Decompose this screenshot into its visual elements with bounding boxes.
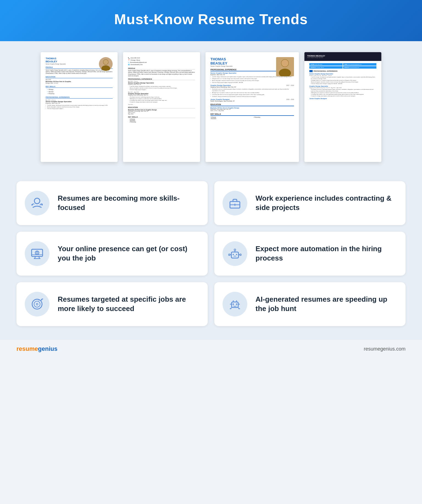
trend-card-ai: AI-generated resumes are speeding up the… <box>214 282 406 326</box>
svg-point-2 <box>103 60 108 65</box>
resume4-b5: • Developed numerous marketing programs … <box>309 89 376 92</box>
resume2-company1: Experion, New York, NY <box>128 84 195 85</box>
trend-text-online: Your online presence can get (or cost) y… <box>58 244 198 263</box>
brand-genius: genius <box>38 345 57 352</box>
trend-card-online: Your online presence can get (or cost) y… <box>16 232 208 276</box>
resume1-grad-date: May 2015 <box>46 79 113 80</box>
resume3-b2: Delegate tasks to a 7-member design team… <box>210 78 294 80</box>
resume1-experience-label: PROFESSIONAL EXPERIENCE <box>46 96 113 99</box>
monitor-icon-circle <box>25 241 49 266</box>
resume-showcase: THOMASBEASLEY Senior Graphic Design Spec… <box>0 41 422 173</box>
resume1-skill-2: Illustrator <box>46 91 113 93</box>
resume3-b5: Developed numerous marketing programs (l… <box>210 88 294 92</box>
svg-point-39 <box>233 304 234 305</box>
svg-rect-23 <box>236 254 237 255</box>
svg-point-8 <box>32 204 33 206</box>
resume4-company2: Stepping Stone Advertising, New York, NY… <box>309 87 376 88</box>
ai-icon <box>228 297 242 311</box>
resume2-exp-date3: Sep 2013 – ... <box>128 104 195 105</box>
footer-url: resumegenius.com <box>364 346 406 352</box>
resume-card-1: THOMASBEASLEY Senior Graphic Design Spec… <box>41 52 118 162</box>
robot-icon-circle <box>223 241 247 266</box>
trend-card-automation: Expect more automation in the hiring pro… <box>214 232 406 276</box>
svg-point-9 <box>41 204 43 206</box>
trend-text-automation: Expect more automation in the hiring pro… <box>256 244 396 263</box>
resume2-location: Chicago, Illinois <box>131 59 140 61</box>
monitor-icon <box>30 247 44 261</box>
resume2-profile-label: PROFILE <box>128 68 195 69</box>
resume3-education-label: EDUCATION <box>210 103 294 106</box>
resume3-b4: Oversee design project budgets ranging f… <box>210 82 294 83</box>
resume3-company2: Stepping Stone Advertising, New York, NY <box>210 86 294 88</box>
resume2-b1: • Lead the design, development and layou… <box>128 86 195 87</box>
resume2-b3: • Oversee design project budgets r... <box>128 89 195 91</box>
resume1-skills-label: KEY SKILLS <box>46 86 113 88</box>
resume4-contact-grid: PHONE (212) 256-1414 EMAIL thomasbeasley… <box>309 63 376 69</box>
trend-card-targeted: Resumes targeted at specific jobs are mo… <box>16 282 208 326</box>
svg-point-1 <box>101 65 110 71</box>
resume1-school: Design GPA: 3.7/4.0 <box>46 82 113 84</box>
briefcase-icon-circle <box>223 191 247 215</box>
brand-resume: resume <box>16 345 38 352</box>
briefcase-icon <box>228 196 242 210</box>
resume2-b7: • Created 4+ design presentations and ac… <box>128 101 195 103</box>
resume1-bullet3: Oversee design project budgets r... <box>46 108 113 110</box>
resume2-profile-text: Senior Graphic Design Specialist with 6+… <box>128 70 195 77</box>
resume4-header: THOMAS BEASLEY Senior Graphic Design Spe… <box>304 52 381 61</box>
resume4-b1: • Lead the design, development and imple… <box>309 76 376 80</box>
avatar-3 <box>276 57 294 76</box>
resume3-b3: Assess all graphic materials created in-… <box>210 80 294 82</box>
resume4-website-cell: WEBSITE thomasbeasley.com <box>343 66 376 69</box>
resume4-b8: • Created 4+ design presentations and pr… <box>309 95 376 97</box>
skills-icon-circle <box>25 191 49 215</box>
resume3-b6: Managed up to 5 projects or tasks at a g… <box>210 92 294 94</box>
resume2-contact: 📞(212) 256-1414 📍Chicago, Illinois ✉thom… <box>128 57 195 65</box>
resume-card-3: THOMASBEASLEY Senior Graphic Design Spec… <box>206 52 299 162</box>
page-footer: resumegenius resumegenius.com <box>0 340 422 358</box>
resume1-skill-1: InDesign <box>46 89 113 91</box>
target-icon-circle <box>25 292 49 317</box>
resume4-company1: Experion, New York, NY May 2019 – Presen… <box>309 75 376 76</box>
ai-icon-circle <box>223 292 247 317</box>
resume2-experience-label: PROFESSIONAL EXPERIENCE <box>128 78 195 80</box>
resume2-phone: (212) 256-1414 <box>131 57 140 59</box>
resume4-address-cell: ADDRESS Chicago, Illinois <box>309 66 343 69</box>
resume4-name: THOMAS BEASLEY <box>307 55 325 57</box>
resume3-b8: Created 4+ design presentations and prop… <box>210 96 294 97</box>
target-icon <box>30 297 44 311</box>
svg-rect-22 <box>233 254 234 255</box>
svg-rect-30 <box>240 254 241 256</box>
resume4-experience-label: PROFESSIONAL EXPERIENCE <box>309 70 376 72</box>
resume4-job3-title: Junior Graphic Designer <box>309 98 376 99</box>
resume2-skill3: • Photoshop <box>128 121 195 123</box>
resume2-company2: Stepping Stone Advertising, New Yo... <box>128 94 195 96</box>
resume2-skills-label: KEY SKILLS <box>128 116 195 118</box>
trend-text-contracting: Work experience includes contracting & s… <box>256 194 396 212</box>
robot-icon <box>228 247 242 261</box>
resume3-b1: Lead the design, development and impleme… <box>210 76 294 78</box>
resume3-job3-date: 2015 – 2019 <box>286 99 294 100</box>
resume2-grad-date: May 2015 <box>128 113 195 115</box>
trend-card-contracting: Work experience includes contracting & s… <box>214 181 406 225</box>
svg-point-37 <box>37 304 38 305</box>
svg-rect-29 <box>229 254 230 256</box>
resume-card-4: THOMAS BEASLEY Senior Graphic Design Spe… <box>304 52 381 162</box>
avatar-1 <box>99 57 113 71</box>
svg-point-26 <box>234 249 236 251</box>
resume3-skills-list: • InDesign• Illustrator• Photoshop <box>210 117 294 119</box>
resume2-education-label: EDUCATION <box>128 107 195 108</box>
trend-text-ai: AI-generated resumes are speeding up the… <box>256 295 396 313</box>
resume4-phone-cell: PHONE (212) 256-1414 <box>309 63 343 66</box>
resume4-email-cell: EMAIL thomasbeasley@gmail.com <box>343 63 376 66</box>
trend-card-skills: Resumes are becoming more skills-focused <box>16 181 208 225</box>
resume3-gpa: GPA: 3.7/4.0 May 2015 <box>210 110 294 111</box>
trends-section: Resumes are becoming more skills-focused… <box>0 173 422 340</box>
trend-text-targeted: Resumes targeted at specific jobs are mo… <box>58 295 198 313</box>
page-header: Must-Know Resume Trends <box>0 0 422 41</box>
resume2-email: thomasbeasley@gmail.com <box>130 61 147 63</box>
trends-grid: Resumes are becoming more skills-focused… <box>16 181 406 326</box>
svg-point-7 <box>34 198 40 204</box>
resume4-subtitle: Senior Graphic Design Specialist <box>307 57 325 58</box>
trend-text-skills: Resumes are becoming more skills-focused <box>58 194 198 212</box>
skills-icon <box>30 196 44 210</box>
